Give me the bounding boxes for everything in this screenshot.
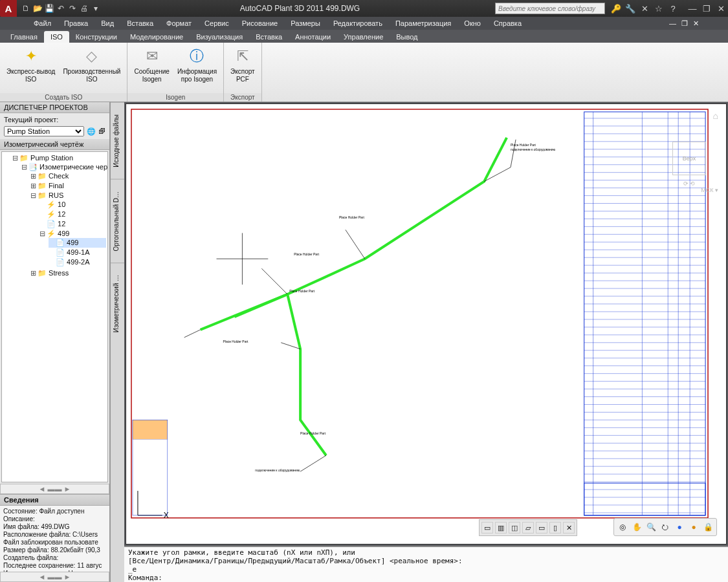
menu-edit[interactable]: Правка: [58, 18, 94, 28]
svg-text:подключение к оборудованию: подключение к оборудованию: [255, 468, 300, 472]
tab-modeling[interactable]: Моделирование: [124, 31, 190, 43]
svg-text:Place Holder Part: Place Holder Part: [223, 339, 249, 343]
project-tree[interactable]: ⊟📁 Pump Station ⊟📑 Изометрические черт⊞📁…: [1, 151, 108, 482]
tree-item-499-2A[interactable]: 📄 499-2A: [49, 257, 106, 267]
tab-output[interactable]: Вывод: [390, 31, 424, 43]
project-tool-2-icon[interactable]: 🗊: [98, 127, 105, 136]
viewcube-rotate-icon[interactable]: ⟳ ⟲: [660, 180, 718, 187]
tree-hscroll[interactable]: ◄ ▬▬ ►: [0, 484, 109, 494]
favorite-icon[interactable]: ☆: [652, 1, 666, 16]
command-line[interactable]: Укажите угол рамки, введите масштаб (nX …: [124, 546, 728, 582]
maximize-button[interactable]: ❐: [700, 1, 714, 16]
svg-text:Place Holder Part: Place Holder Part: [294, 252, 320, 256]
doc-minimize-button[interactable]: —: [667, 19, 678, 28]
isogen-info-button[interactable]: ⓘИнформацияпро Isogen: [175, 45, 219, 85]
ribbon-group-label: Экспорт: [224, 93, 261, 102]
tree-root[interactable]: ⊟📁 Pump Station ⊟📑 Изометрические черт⊞📁…: [12, 153, 106, 279]
tab-annotate[interactable]: Аннотации: [289, 31, 337, 43]
tab-home[interactable]: Главная: [4, 31, 44, 43]
details-title: Сведения: [0, 495, 109, 506]
minimize-button[interactable]: —: [685, 1, 700, 16]
drawing-canvas[interactable]: Place Holder Part подключение к оборудов…: [126, 103, 727, 544]
express-iso-button[interactable]: ✦Экспресс-выводISO: [4, 45, 58, 85]
nav-lock-icon[interactable]: 🔒: [702, 521, 714, 533]
qat-redo-icon[interactable]: ↷: [67, 3, 78, 14]
layout-btn-2[interactable]: ▥: [495, 522, 507, 534]
tree-folder-RUS[interactable]: ⊟📁 RUS⚡ 10⚡ 12📄 12⊟⚡ 499📄 499📄 499-1A📄 4…: [30, 191, 106, 268]
menu-parametric[interactable]: Параметризация: [389, 18, 458, 28]
qat-save-icon[interactable]: 💾: [44, 3, 54, 14]
svg-text:Place Holder Part: Place Holder Part: [511, 143, 536, 147]
layout-btn-5[interactable]: ▭: [536, 522, 547, 534]
layout-btn-6[interactable]: ▯: [549, 522, 561, 534]
prod-iso-button[interactable]: ◇ПроизводственныйISO: [60, 45, 123, 85]
tree-item-499[interactable]: ⊟⚡ 499📄 499📄 499-1A📄 499-2A: [39, 229, 106, 268]
tree-folder-Stress[interactable]: ⊞📁 Stress: [30, 268, 106, 278]
viewcube-face[interactable]: Верх: [672, 142, 706, 175]
tree-folder-Final[interactable]: ⊞📁 Final: [30, 181, 106, 191]
nav-pan-icon[interactable]: ✋: [631, 521, 643, 533]
close-button[interactable]: ✕: [714, 1, 728, 16]
isogen-msg-button[interactable]: ✉СообщениеIsogen: [131, 45, 171, 85]
tab-manage[interactable]: Управление: [337, 31, 390, 43]
binoculars-icon[interactable]: 🔑: [609, 1, 623, 16]
tree-header[interactable]: Изометрический чертёж: [0, 139, 109, 150]
svg-line-61: [261, 268, 287, 294]
side-tab-source[interactable]: Исходные файлы: [111, 102, 124, 179]
help-icon[interactable]: ?: [666, 1, 680, 16]
nav-showmotion-icon[interactable]: ●: [674, 521, 685, 533]
doc-restore-button[interactable]: ❐: [679, 19, 690, 28]
qat-dropdown-icon[interactable]: ▾: [91, 3, 101, 14]
menu-modify[interactable]: Редактировать: [327, 18, 389, 28]
qat-new-icon[interactable]: 🗋: [21, 3, 31, 14]
nav-steering-icon[interactable]: ◎: [617, 521, 628, 533]
tree-item-10[interactable]: ⚡ 10: [39, 200, 106, 210]
tree-folder-Check[interactable]: ⊞📁 Check: [30, 171, 106, 181]
app-logo[interactable]: A: [0, 0, 17, 17]
nav-bar: ◎ ✋ 🔍 ⭮ ● ● 🔒: [613, 518, 717, 536]
side-tab-ortho[interactable]: Ортогональный D…: [111, 179, 124, 263]
nav-rec-icon[interactable]: ●: [688, 521, 700, 533]
tree-iso-group[interactable]: ⊟📑 Изометрические черт⊞📁 Check⊞📁 Final⊟📁…: [21, 162, 106, 279]
nav-orbit-icon[interactable]: ⭮: [659, 521, 671, 533]
tree-item-499[interactable]: 📄 499: [49, 238, 106, 248]
palette-side-tabs: Исходные файлы Ортогональный D… Изометри…: [110, 102, 124, 582]
nav-zoom-icon[interactable]: 🔍: [645, 521, 657, 533]
viewcube-wcs[interactable]: МСК ▾: [660, 187, 718, 193]
tab-visualize[interactable]: Визуализация: [190, 31, 249, 43]
layout-btn-close[interactable]: ✕: [563, 522, 575, 534]
details-hscroll[interactable]: ◄ ▬▬ ►: [0, 572, 109, 582]
layout-btn-3[interactable]: ◫: [509, 522, 520, 534]
wrench-icon[interactable]: 🔧: [623, 1, 637, 16]
qat-print-icon[interactable]: 🖨: [79, 3, 89, 14]
search-input[interactable]: [495, 3, 605, 14]
tab-insert[interactable]: Вставка: [249, 31, 289, 43]
doc-close-button[interactable]: ✕: [691, 19, 701, 28]
menu-view[interactable]: Вид: [94, 18, 120, 28]
exchange-icon[interactable]: ✕: [637, 1, 652, 16]
menu-file[interactable]: Файл: [27, 18, 58, 28]
menu-dimension[interactable]: Размеры: [284, 18, 327, 28]
export-pcf-button[interactable]: ⇱ЭкспортPCF: [228, 45, 258, 85]
menu-tools[interactable]: Сервис: [198, 18, 236, 28]
side-tab-iso[interactable]: Изометрический …: [111, 263, 124, 344]
tab-structures[interactable]: Конструкции: [69, 31, 124, 43]
layout-btn-4[interactable]: ▱: [522, 522, 534, 534]
menu-window[interactable]: Окно: [458, 18, 487, 28]
current-project-select[interactable]: Pump Station: [4, 126, 84, 136]
tree-item-12[interactable]: ⚡ 12: [39, 210, 106, 219]
tree-item-499-1A[interactable]: 📄 499-1A: [49, 248, 106, 257]
menu-insert[interactable]: Вставка: [120, 18, 160, 28]
menu-help[interactable]: Справка: [487, 18, 528, 28]
viewcube-home-icon[interactable]: ⌂: [660, 111, 718, 121]
qat-undo-icon[interactable]: ↶: [56, 3, 66, 14]
svg-rect-59: [584, 483, 705, 515]
menu-draw[interactable]: Рисование: [236, 18, 284, 28]
menu-format[interactable]: Формат: [160, 18, 198, 28]
tree-item-12[interactable]: 📄 12: [39, 219, 106, 229]
qat-open-icon[interactable]: 📂: [32, 3, 43, 14]
layout-btn-1[interactable]: ▭: [481, 522, 493, 534]
viewcube[interactable]: ⌂ Верх ⟳ ⟲ МСК ▾: [660, 111, 718, 201]
project-tool-1-icon[interactable]: 🌐: [87, 127, 96, 136]
tab-iso[interactable]: ISO: [44, 31, 69, 43]
